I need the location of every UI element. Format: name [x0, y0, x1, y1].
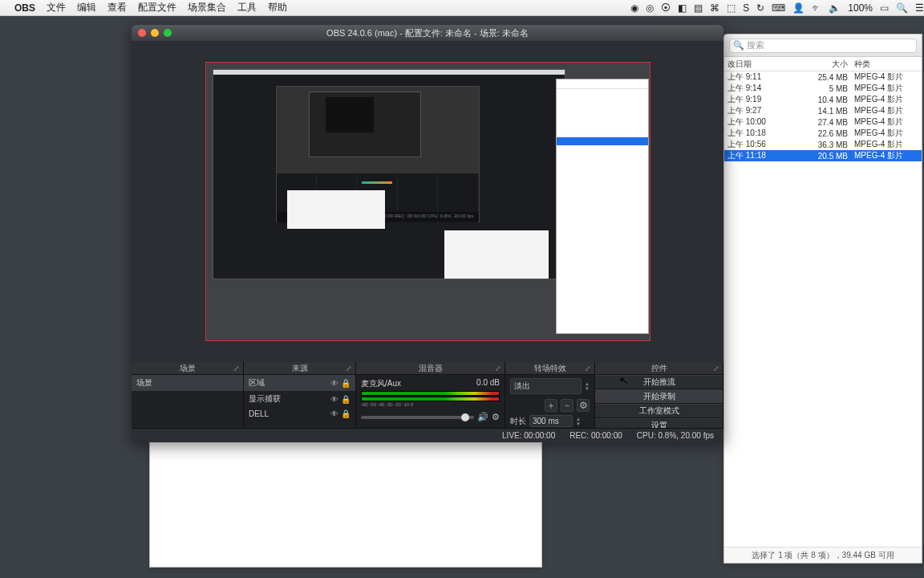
mixer-channel-name: 麦克风/Aux	[361, 378, 401, 389]
menu-help[interactable]: 帮助	[268, 1, 287, 14]
audio-meter	[361, 397, 500, 401]
window-title: OBS 24.0.6 (mac) - 配置文件: 未命名 - 场景: 未命名	[132, 27, 723, 39]
spotlight-icon[interactable]: 🔍	[896, 2, 908, 14]
menubar-status-icon[interactable]: ⌨	[772, 2, 785, 14]
popout-icon[interactable]: ⤢	[585, 364, 591, 372]
finder-row[interactable]: 上午 10:1822.6 MBMPEG-4 影片	[724, 128, 922, 139]
menubar-status-icon[interactable]: ᯤ	[812, 2, 821, 14]
nested-finder	[556, 79, 649, 334]
background-window	[149, 439, 542, 568]
search-icon: 🔍	[733, 40, 744, 51]
select-chevron-icon[interactable]: ▲▼	[585, 381, 590, 391]
menubar-status-icon[interactable]: ↻	[756, 2, 764, 14]
finder-row[interactable]: 上午 9:1125.4 MBMPEG-4 影片	[724, 71, 922, 83]
finder-row[interactable]: 上午 9:1910.4 MBMPEG-4 影片	[724, 94, 922, 105]
duration-input[interactable]: 300 ms	[529, 415, 573, 427]
volume-slider[interactable]	[361, 416, 474, 419]
menubar-status-icon[interactable]: ⌘	[710, 2, 719, 14]
scene-item[interactable]: 场景	[132, 375, 243, 391]
menu-view[interactable]: 查看	[107, 1, 127, 14]
menu-profile[interactable]: 配置文件	[138, 1, 176, 14]
obs-window: OBS 24.0.6 (mac) - 配置文件: 未命名 - 场景: 未命名 L…	[132, 25, 723, 442]
app-menu[interactable]: OBS	[14, 2, 35, 14]
preview-area[interactable]: LIVE: 00:00:00 REC: 00:00:00 CPU: 0.8%, …	[132, 41, 723, 362]
mixer-header: 混音器⤢	[356, 362, 505, 375]
studio-mode-button[interactable]: 工作室模式	[595, 404, 723, 418]
finder-columns: 改日期 大小 种类	[724, 57, 922, 71]
scenes-header: 场景⤢	[132, 362, 243, 375]
popout-icon[interactable]: ⤢	[713, 364, 719, 372]
visibility-icon[interactable]: 👁	[330, 409, 338, 418]
speaker-icon[interactable]: 🔊	[477, 412, 488, 422]
status-cpu: CPU: 0.8%, 20.00 fps	[637, 431, 714, 440]
source-item[interactable]: DELL👁🔒	[244, 407, 355, 421]
finder-search[interactable]: 🔍 搜索	[729, 39, 917, 53]
scenes-list[interactable]: 场景	[132, 375, 243, 426]
start-stream-button[interactable]: 开始推流	[595, 375, 723, 389]
transitions-header: 转场特效⤢	[505, 362, 594, 375]
audio-meter	[361, 391, 500, 396]
popout-icon[interactable]: ⤢	[233, 364, 240, 372]
finder-window: 🔍 搜索 改日期 大小 种类 上午 9:1125.4 MBMPEG-4 影片上午…	[723, 34, 922, 564]
finder-toolbar: 🔍 搜索	[724, 35, 922, 57]
search-placeholder: 搜索	[747, 39, 764, 51]
lock-icon[interactable]: 🔒	[341, 409, 351, 418]
finder-status: 选择了 1 项（共 8 项），39.44 GB 可用	[724, 547, 922, 563]
menubar-status-icon[interactable]: ◎	[646, 2, 654, 14]
menu-edit[interactable]: 编辑	[77, 1, 96, 14]
obs-titlebar[interactable]: OBS 24.0.6 (mac) - 配置文件: 未命名 - 场景: 未命名	[132, 25, 723, 41]
meter-ticks: -60 -50 -40 -30 -20 -10 0	[361, 402, 500, 407]
menu-scene-collection[interactable]: 场景集合	[188, 1, 226, 14]
status-live: LIVE: 00:00:00	[502, 431, 555, 440]
duration-stepper[interactable]: ▲▼	[576, 417, 581, 426]
sources-header: 来源⤢	[244, 362, 355, 375]
menu-file[interactable]: 文件	[47, 1, 66, 14]
popout-icon[interactable]: ⤢	[346, 364, 352, 372]
battery-icon[interactable]: ▭	[880, 2, 889, 14]
preview-canvas[interactable]: LIVE: 00:00:00 REC: 00:00:00 CPU: 0.8%, …	[205, 62, 650, 341]
source-item[interactable]: 区域👁🔒	[244, 375, 355, 391]
sources-list[interactable]: 区域👁🔒 显示捕获👁🔒 DELL👁🔒	[244, 375, 355, 426]
finder-row[interactable]: 上午 10:5636.3 MBMPEG-4 影片	[724, 139, 922, 150]
transition-select[interactable]: 淡出	[510, 378, 582, 394]
menubar-status-icon[interactable]: ⬚	[727, 2, 736, 14]
transition-settings-button[interactable]: ⚙	[577, 399, 590, 412]
finder-row[interactable]: 上午 11:1820.5 MBMPEG-4 影片	[724, 150, 922, 161]
menubar-status-icon[interactable]: ◉	[630, 2, 638, 14]
battery-percent[interactable]: 100%	[848, 2, 873, 14]
finder-row[interactable]: 上午 9:2714.1 MBMPEG-4 影片	[724, 105, 922, 116]
finder-rows: 上午 9:1125.4 MBMPEG-4 影片上午 9:145 MBMPEG-4…	[724, 71, 922, 161]
gear-icon[interactable]: ⚙	[492, 412, 500, 422]
visibility-icon[interactable]: 👁	[330, 379, 338, 388]
menubar-status-icon[interactable]: 👤	[792, 2, 804, 14]
finder-row[interactable]: 上午 9:145 MBMPEG-4 影片	[724, 83, 922, 94]
menubar-status-icon[interactable]: ⦿	[661, 2, 671, 14]
duration-label: 时长	[510, 416, 526, 427]
finder-row[interactable]: 上午 10:0027.4 MBMPEG-4 影片	[724, 116, 922, 128]
col-size[interactable]: 大小	[801, 59, 851, 70]
col-date[interactable]: 改日期	[724, 59, 801, 70]
visibility-icon[interactable]: 👁	[330, 395, 338, 404]
controls-header: 控件⤢	[595, 362, 723, 375]
lock-icon[interactable]: 🔒	[341, 395, 351, 404]
lock-icon[interactable]: 🔒	[341, 379, 351, 388]
status-bar: LIVE: 00:00:00 REC: 00:00:00 CPU: 0.8%, …	[132, 428, 723, 442]
source-item[interactable]: 显示捕获👁🔒	[244, 391, 355, 407]
control-center-icon[interactable]: ☰	[915, 2, 924, 14]
menu-tools[interactable]: 工具	[237, 1, 257, 14]
menubar-status-icon[interactable]: S	[743, 2, 749, 14]
col-kind[interactable]: 种类	[851, 59, 914, 70]
add-transition-button[interactable]: ＋	[545, 399, 557, 412]
menubar-status-icon[interactable]: ▤	[694, 2, 703, 14]
popout-icon[interactable]: ⤢	[495, 364, 501, 372]
status-rec: REC: 00:00:00	[569, 431, 622, 440]
mixer-db: 0.0 dB	[476, 378, 500, 389]
nested-capture-1: LIVE: 00:00:00 REC: 00:00:00 CPU: 0.8%, …	[213, 69, 565, 279]
start-record-button[interactable]: 开始录制	[595, 389, 723, 404]
remove-transition-button[interactable]: －	[561, 399, 573, 412]
menubar-status-icon[interactable]: ◧	[678, 2, 687, 14]
menubar-status-icon[interactable]: 🔈	[829, 2, 841, 14]
mac-menubar: OBS 文件 编辑 查看 配置文件 场景集合 工具 帮助 ◉◎⦿◧▤⌘⬚S↻⌨👤…	[0, 0, 924, 16]
